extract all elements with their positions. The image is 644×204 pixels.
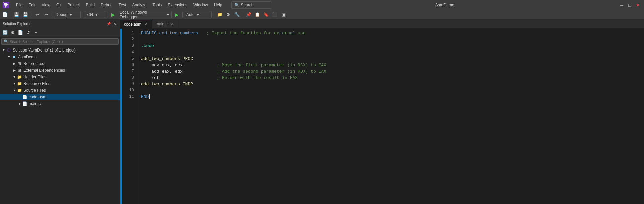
toolbar-btn-6[interactable]: 🔖 xyxy=(262,11,270,18)
tab-code-asm[interactable]: code.asm ✕ xyxy=(120,20,152,28)
se-title: Solution Explorer xyxy=(3,22,31,26)
minimize-button[interactable]: ─ xyxy=(618,1,625,9)
debugger-dropdown[interactable]: Local Windows Debugger ▼ xyxy=(118,11,172,18)
code-content[interactable]: PUBLIC add_two_numbers ; Export the func… xyxy=(138,29,644,204)
se-toolbar: 🔄 ⚙ 📄 ↺ − xyxy=(0,28,120,37)
tree-item-label: Resource Files xyxy=(23,81,50,86)
line-number: 3 xyxy=(124,43,134,49)
code-line: ret ; Return with the result in EAX xyxy=(141,75,644,81)
line-numbers: 1234567891011 xyxy=(122,29,138,204)
tree-item[interactable]: ▼⬡Solution 'AsmDemo' (1 of 1 project) xyxy=(0,47,120,54)
tab-code-asm-close[interactable]: ✕ xyxy=(143,22,148,27)
start-debug-button[interactable]: ▶ xyxy=(109,11,117,18)
code-token: ; Export the function for external use xyxy=(206,30,305,36)
toolbar-btn-2[interactable]: ⚙ xyxy=(225,11,232,18)
refs-icon: ⊞ xyxy=(17,61,22,66)
line-number: 1 xyxy=(124,30,134,36)
menu-analyze[interactable]: Analyze xyxy=(130,2,149,8)
folder-icon: 📁 xyxy=(17,74,22,80)
separator-5 xyxy=(107,12,107,18)
auto-dropdown[interactable]: Auto ▼ xyxy=(185,11,212,18)
tree-item-label: External Dependencies xyxy=(23,68,65,73)
code-line: add_two_numbers ENDP xyxy=(141,81,644,87)
undo-button[interactable]: ↩ xyxy=(33,11,41,18)
menu-git[interactable]: Git xyxy=(54,2,64,8)
toolbar-btn-4[interactable]: 📌 xyxy=(245,11,252,18)
toolbar-btn-1[interactable]: 📁 xyxy=(216,11,223,18)
close-button[interactable]: ✕ xyxy=(634,1,641,9)
tab-main-c-label: main.c xyxy=(156,22,167,26)
tree-item[interactable]: ▼📁Source Files xyxy=(0,87,120,94)
attach-debugger-button[interactable]: ▶ xyxy=(173,11,180,18)
search-label: Search xyxy=(241,3,253,7)
save-all-button[interactable]: 💾 xyxy=(22,11,29,18)
toolbar-btn-8[interactable]: ▣ xyxy=(280,11,287,18)
line-number: 6 xyxy=(124,62,134,68)
menu-help[interactable]: Help xyxy=(211,2,225,8)
tree-item-label: Source Files xyxy=(23,88,46,93)
menu-tools[interactable]: Tools xyxy=(150,2,164,8)
save-button[interactable]: 💾 xyxy=(13,11,20,18)
tab-main-c[interactable]: main.c ✕ xyxy=(152,20,179,28)
se-refresh-button[interactable]: ↺ xyxy=(24,29,32,36)
menu-debug[interactable]: Debug xyxy=(98,2,115,8)
tree-item[interactable]: 📄code.asm xyxy=(0,94,120,100)
menu-extensions[interactable]: Extensions xyxy=(165,2,190,8)
chevron-down-icon-4: ▼ xyxy=(196,12,200,17)
solution-icon: ⬡ xyxy=(6,47,11,53)
se-sync-button[interactable]: 🔄 xyxy=(1,29,9,36)
tree-item-label: References xyxy=(23,61,44,66)
platform-label: x64 xyxy=(87,12,93,17)
code-token: ; Add the second parameter (in RDX) to E… xyxy=(217,68,326,75)
tree-item-label: Header Files xyxy=(23,75,46,79)
se-new-file-button[interactable]: 📄 xyxy=(17,29,24,36)
toolbar-btn-3[interactable]: 🔧 xyxy=(233,11,241,18)
redo-button[interactable]: ↪ xyxy=(42,11,50,18)
se-header: Solution Explorer 📌 ✕ xyxy=(0,19,120,28)
se-pin-button[interactable]: 📌 xyxy=(106,21,111,26)
window-title: AsmDemo xyxy=(275,3,614,7)
tree-item[interactable]: ▶⊞References xyxy=(0,60,120,67)
maximize-button[interactable]: □ xyxy=(626,1,633,9)
debug-config-dropdown[interactable]: Debug ▼ xyxy=(54,11,81,18)
code-line xyxy=(141,49,644,56)
separator-6 xyxy=(182,12,183,18)
tree-item[interactable]: ▶📄main.c xyxy=(0,100,120,107)
platform-dropdown[interactable]: x64 ▼ xyxy=(85,11,105,18)
menu-project[interactable]: Project xyxy=(65,2,82,8)
code-token: add_two_numbers ENDP xyxy=(141,81,193,87)
tree-arrow-icon: ▶ xyxy=(12,69,17,72)
toolbar-btn-7[interactable]: ⬛ xyxy=(271,11,278,18)
se-search-box[interactable]: 🔍 xyxy=(1,38,119,45)
menu-window[interactable]: Window xyxy=(191,2,211,8)
tree-item[interactable]: ▶⊞External Dependencies xyxy=(0,67,120,74)
tree-item[interactable]: ▼■AsmDemo xyxy=(0,54,120,60)
tree-arrow-icon: ▼ xyxy=(12,75,17,79)
new-project-button[interactable]: 📄 xyxy=(1,11,9,18)
tab-main-c-close[interactable]: ✕ xyxy=(169,22,174,26)
tree-item[interactable]: ▼📁Resource Files xyxy=(0,80,120,87)
code-editor[interactable]: 1234567891011 PUBLIC add_two_numbers ; E… xyxy=(120,29,644,204)
tree-arrow-icon: ▼ xyxy=(1,48,6,52)
vs-logo-icon xyxy=(3,2,9,8)
toolbar-btn-5[interactable]: 📋 xyxy=(254,11,261,18)
se-settings-button[interactable]: ⚙ xyxy=(9,29,16,36)
se-close-button[interactable]: ✕ xyxy=(112,21,117,26)
menu-build[interactable]: Build xyxy=(83,2,98,8)
se-search-input[interactable] xyxy=(10,40,116,44)
toolbar: 📄 💾 💾 ↩ ↪ Debug ▼ x64 ▼ ▶ Local Windows … xyxy=(0,10,644,19)
title-search-button[interactable]: 🔍 Search xyxy=(231,1,271,9)
refs-icon: ⊞ xyxy=(17,68,22,73)
se-collapse-button[interactable]: − xyxy=(32,29,39,36)
code-token: .code xyxy=(141,43,154,49)
menu-test[interactable]: Test xyxy=(116,2,129,8)
code-line: .code xyxy=(141,43,644,49)
editor-area: code.asm ✕ main.c ✕ 1234567891011 PUBLIC… xyxy=(120,19,644,204)
se-tree: ▼⬡Solution 'AsmDemo' (1 of 1 project)▼■A… xyxy=(0,46,120,204)
menu-view[interactable]: View xyxy=(39,2,53,8)
menu-edit[interactable]: Edit xyxy=(26,2,38,8)
code-token: ; Return with the result in EAX xyxy=(217,75,298,81)
tree-item[interactable]: ▼📁Header Files xyxy=(0,74,120,80)
menu-file[interactable]: File xyxy=(13,2,25,8)
separator-2 xyxy=(31,12,31,18)
